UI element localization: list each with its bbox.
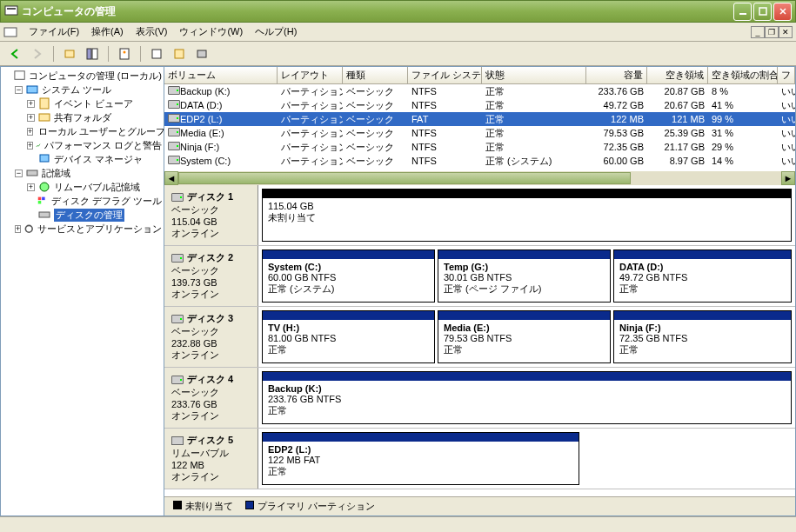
disk-graphical-view[interactable]: ディスク 1ベーシック115.04 GBオンライン115.04 GB未割り当てデ… bbox=[164, 185, 795, 496]
disk-icon bbox=[171, 315, 184, 323]
navigation-tree[interactable]: コンピュータの管理 (ローカル) −システム ツール +イベント ビューア +共… bbox=[0, 66, 164, 516]
tree-storage[interactable]: −記憶域 bbox=[3, 166, 162, 180]
col-fs[interactable]: ファイル システム bbox=[408, 67, 482, 83]
menu-help[interactable]: ヘルプ(H) bbox=[249, 23, 303, 40]
partition[interactable]: 115.04 GB未割り当て bbox=[262, 189, 792, 242]
partition[interactable]: Ninja (F:)72.35 GB NTFS正常 bbox=[613, 310, 792, 363]
volume-h-scrollbar[interactable]: ◄ ► bbox=[164, 171, 795, 185]
tree-device-manager[interactable]: デバイス マネージャ bbox=[3, 152, 162, 166]
disk-row: ディスク 4ベーシック233.76 GBオンラインBackup (K:)233.… bbox=[164, 368, 795, 429]
svg-rect-8 bbox=[120, 49, 129, 59]
tree-defrag[interactable]: ディスク デフラグ ツール bbox=[3, 194, 162, 208]
settings-button[interactable] bbox=[170, 44, 189, 63]
volume-list[interactable]: ボリューム レイアウト 種類 ファイル システム 状態 容量 空き領域 空き領域… bbox=[164, 67, 795, 171]
menu-file[interactable]: ファイル(F) bbox=[23, 23, 85, 40]
mdi-minimize[interactable]: _ bbox=[751, 26, 765, 38]
close-button[interactable] bbox=[773, 3, 792, 21]
back-button[interactable] bbox=[5, 44, 24, 63]
svg-rect-15 bbox=[40, 98, 49, 109]
svg-rect-23 bbox=[42, 197, 45, 201]
col-free-pct[interactable]: 空き領域の割合 bbox=[708, 67, 778, 83]
forward-button[interactable] bbox=[28, 44, 47, 63]
drive-icon bbox=[168, 128, 180, 136]
partition[interactable]: Media (E:)79.53 GB NTFS正常 bbox=[438, 310, 611, 363]
svg-rect-14 bbox=[27, 86, 37, 93]
col-capacity[interactable]: 容量 bbox=[586, 67, 647, 83]
svg-rect-6 bbox=[87, 49, 91, 59]
show-hide-button[interactable] bbox=[83, 44, 102, 63]
mdi-restore[interactable]: ❐ bbox=[765, 26, 779, 38]
disk-info[interactable]: ディスク 3ベーシック232.88 GBオンライン bbox=[164, 307, 258, 367]
col-volume[interactable]: ボリューム bbox=[164, 67, 278, 83]
disk-row: ディスク 2ベーシック139.73 GBオンラインSystem (C:)60.0… bbox=[164, 246, 795, 307]
partition[interactable]: Backup (K:)233.76 GB NTFS正常 bbox=[262, 371, 792, 424]
col-fault[interactable]: フ bbox=[778, 67, 795, 83]
refresh-button[interactable] bbox=[147, 44, 166, 63]
svg-rect-19 bbox=[40, 155, 49, 162]
col-status[interactable]: 状態 bbox=[482, 67, 586, 83]
partition[interactable]: TV (H:)81.00 GB NTFS正常 bbox=[262, 310, 435, 363]
volume-row[interactable]: Media (E:)パーティションベーシックNTFS正常79.53 GB25.3… bbox=[164, 126, 795, 140]
col-type[interactable]: 種類 bbox=[343, 67, 408, 83]
svg-point-9 bbox=[124, 50, 126, 53]
tree-disk-management[interactable]: ディスクの管理 bbox=[3, 208, 162, 222]
volume-row[interactable]: Backup (K:)パーティションベーシックNTFS正常233.76 GB20… bbox=[164, 84, 795, 98]
tree-shared-folders[interactable]: +共有フォルダ bbox=[3, 110, 162, 124]
titlebar[interactable]: コンピュータの管理 bbox=[0, 0, 796, 23]
col-free[interactable]: 空き領域 bbox=[647, 67, 708, 83]
drive-icon bbox=[168, 100, 180, 109]
svg-rect-2 bbox=[739, 13, 746, 15]
menubar: ファイル(F) 操作(A) 表示(V) ウィンドウ(W) ヘルプ(H) _ ❐ … bbox=[0, 23, 796, 42]
disk-info[interactable]: ディスク 1ベーシック115.04 GBオンライン bbox=[164, 185, 258, 245]
drive-icon bbox=[168, 114, 180, 123]
help-button[interactable] bbox=[192, 44, 211, 63]
tree-local-users[interactable]: +ローカル ユーザーとグループ bbox=[3, 124, 162, 138]
scroll-left-icon[interactable]: ◄ bbox=[164, 171, 178, 185]
svg-rect-3 bbox=[759, 8, 766, 15]
disk-icon bbox=[171, 193, 184, 202]
tree-event-viewer[interactable]: +イベント ビューア bbox=[3, 96, 162, 110]
svg-rect-24 bbox=[38, 201, 42, 204]
mdi-close[interactable]: ✕ bbox=[779, 26, 793, 38]
disk-row: ディスク 3ベーシック232.88 GBオンラインTV (H:)81.00 GB… bbox=[164, 307, 795, 368]
maximize-button[interactable] bbox=[753, 3, 772, 21]
tree-removable-storage[interactable]: +リムーバブル記憶域 bbox=[3, 180, 162, 194]
partition[interactable]: DATA (D:)49.72 GB NTFS正常 bbox=[613, 249, 792, 303]
svg-rect-22 bbox=[38, 197, 42, 201]
disk-info[interactable]: ディスク 4ベーシック233.76 GBオンライン bbox=[164, 368, 258, 428]
up-button[interactable] bbox=[60, 44, 79, 63]
tree-root[interactable]: コンピュータの管理 (ローカル) bbox=[3, 69, 162, 83]
disk-row: ディスク 1ベーシック115.04 GBオンライン115.04 GB未割り当て bbox=[164, 185, 795, 246]
menu-window[interactable]: ウィンドウ(W) bbox=[173, 23, 249, 40]
legend-primary: プライマリ パーティション bbox=[245, 500, 375, 513]
properties-button[interactable] bbox=[115, 44, 134, 63]
disk-icon bbox=[171, 436, 184, 445]
menu-action[interactable]: 操作(A) bbox=[85, 23, 130, 40]
disk-info[interactable]: ディスク 5リムーバブル122 MBオンライン bbox=[164, 429, 258, 489]
volume-row[interactable]: EDP2 (L:)パーティションベーシックFAT正常122 MB121 MB99… bbox=[164, 112, 795, 126]
partition[interactable]: EDP2 (L:)122 MB FAT正常 bbox=[262, 432, 579, 485]
svg-rect-4 bbox=[4, 28, 17, 37]
col-layout[interactable]: レイアウト bbox=[278, 67, 343, 83]
svg-rect-10 bbox=[152, 50, 161, 58]
disk-row: ディスク 5リムーバブル122 MBオンラインEDP2 (L:)122 MB F… bbox=[164, 429, 795, 489]
volume-row[interactable]: System (C:)パーティションベーシックNTFS正常 (システム)60.0… bbox=[164, 154, 795, 168]
volume-row[interactable]: Ninja (F:)パーティションベーシックNTFS正常72.35 GB21.1… bbox=[164, 140, 795, 154]
tree-services[interactable]: +サービスとアプリケーション bbox=[3, 222, 162, 236]
svg-rect-0 bbox=[5, 6, 17, 15]
partition[interactable]: System (C:)60.00 GB NTFS正常 (システム) bbox=[262, 249, 435, 303]
volume-row[interactable]: DATA (D:)パーティションベーシックNTFS正常49.72 GB20.67… bbox=[164, 98, 795, 112]
tree-system-tools[interactable]: −システム ツール bbox=[3, 83, 162, 96]
drive-icon bbox=[168, 156, 180, 164]
tree-performance[interactable]: +パフォーマンス ログと警告 bbox=[3, 138, 162, 152]
scroll-thumb[interactable] bbox=[178, 172, 631, 184]
minimize-button[interactable] bbox=[733, 3, 752, 21]
disk-info[interactable]: ディスク 2ベーシック139.73 GBオンライン bbox=[164, 246, 258, 306]
drive-icon bbox=[168, 142, 180, 150]
menu-view[interactable]: 表示(V) bbox=[130, 23, 174, 40]
disk-icon bbox=[171, 254, 184, 263]
scroll-right-icon[interactable]: ► bbox=[781, 171, 795, 185]
svg-point-21 bbox=[40, 183, 49, 191]
svg-point-26 bbox=[26, 225, 33, 232]
partition[interactable]: Temp (G:)30.01 GB NTFS正常 (ページ ファイル) bbox=[438, 249, 611, 303]
